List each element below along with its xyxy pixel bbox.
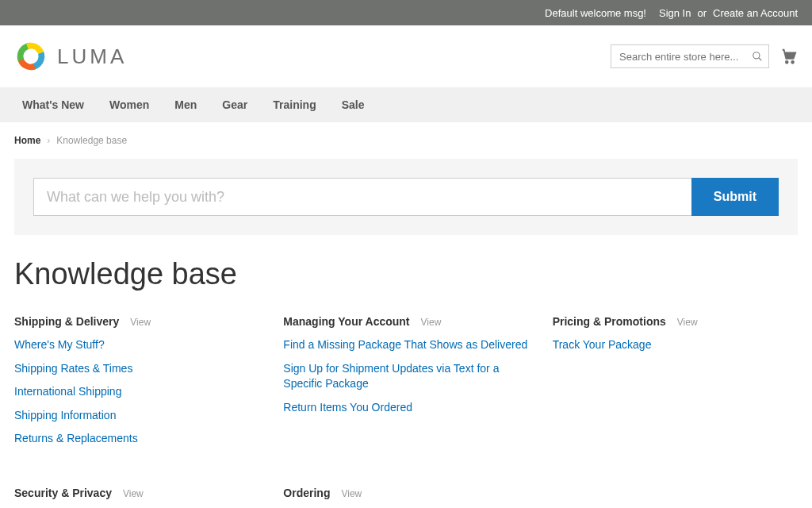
- kb-article-link[interactable]: Sign Up for Shipment Updates via Text fo…: [283, 361, 528, 392]
- kb-category: Shipping & DeliveryViewWhere's My Stuff?…: [14, 315, 259, 455]
- kb-category-view-link[interactable]: View: [341, 488, 362, 499]
- nav-item-what-s-new[interactable]: What's New: [10, 87, 97, 122]
- kb-category: Managing Your AccountViewFind a Missing …: [283, 315, 528, 455]
- svg-point-6: [786, 61, 788, 64]
- page-title: Knowledge base: [14, 257, 798, 291]
- kb-article-link[interactable]: Returns & Replacements: [14, 431, 259, 447]
- cart-icon[interactable]: [780, 48, 798, 65]
- kb-category-view-link[interactable]: View: [677, 317, 698, 328]
- logo-word: LUMA: [57, 44, 127, 69]
- kb-category-title: Pricing & Promotions: [553, 315, 666, 328]
- kb-article-link[interactable]: Return Items You Ordered: [283, 400, 528, 416]
- or-text: or: [697, 7, 707, 19]
- logo[interactable]: LUMA: [14, 40, 127, 73]
- kb-article-link[interactable]: Where's My Stuff?: [14, 337, 259, 353]
- kb-category-title: Security & Privacy: [14, 487, 112, 499]
- nav-item-men[interactable]: Men: [162, 87, 209, 122]
- svg-point-7: [791, 61, 794, 64]
- kb-article-link[interactable]: International Shipping: [14, 384, 259, 400]
- nav-item-sale[interactable]: Sale: [329, 87, 377, 122]
- kb-category: OrderingViewTrack Your Package: [283, 487, 528, 508]
- kb-categories: Shipping & DeliveryViewWhere's My Stuff?…: [0, 315, 812, 508]
- kb-category: Pricing & PromotionsViewTrack Your Packa…: [553, 315, 798, 455]
- svg-line-5: [759, 58, 762, 61]
- search-input[interactable]: [611, 44, 769, 68]
- nav-item-women[interactable]: Women: [97, 87, 162, 122]
- nav-item-gear[interactable]: Gear: [209, 87, 260, 122]
- breadcrumb: Home › Knowledge base: [0, 122, 812, 159]
- kb-category: Security & PrivacyViewU.S. Shipping Rate…: [14, 487, 259, 508]
- kb-article-link[interactable]: Find a Missing Package That Shows as Del…: [283, 337, 528, 353]
- luma-logo-icon: [14, 40, 48, 73]
- chevron-right-icon: ›: [47, 135, 50, 146]
- kb-category-view-link[interactable]: View: [421, 317, 442, 328]
- breadcrumb-current: Knowledge base: [56, 135, 127, 146]
- header: LUMA: [0, 25, 812, 87]
- search-icon[interactable]: [752, 51, 763, 62]
- nav-item-training[interactable]: Training: [260, 87, 328, 122]
- kb-article-link[interactable]: Shipping Rates & Times: [14, 361, 259, 377]
- top-bar: Default welcome msg! Sign In or Create a…: [0, 0, 812, 25]
- site-search: [611, 44, 769, 68]
- kb-category-title: Ordering: [283, 487, 330, 499]
- kb-article-link[interactable]: Shipping Information: [14, 408, 259, 424]
- kb-search-panel: Submit: [14, 159, 798, 235]
- kb-category-title: Managing Your Account: [283, 315, 409, 328]
- sign-in-link[interactable]: Sign In: [659, 7, 691, 19]
- create-account-link[interactable]: Create an Account: [713, 7, 798, 19]
- kb-category-view-link[interactable]: View: [130, 317, 151, 328]
- breadcrumb-home[interactable]: Home: [14, 135, 40, 146]
- kb-search-input[interactable]: [33, 178, 691, 216]
- main-nav: What's NewWomenMenGearTrainingSale: [0, 87, 812, 122]
- svg-point-4: [753, 52, 760, 59]
- kb-category-view-link[interactable]: View: [123, 488, 144, 499]
- kb-article-link[interactable]: Track Your Package: [553, 337, 798, 353]
- kb-submit-button[interactable]: Submit: [691, 178, 779, 216]
- welcome-text: Default welcome msg!: [545, 7, 646, 19]
- kb-category-title: Shipping & Delivery: [14, 315, 119, 328]
